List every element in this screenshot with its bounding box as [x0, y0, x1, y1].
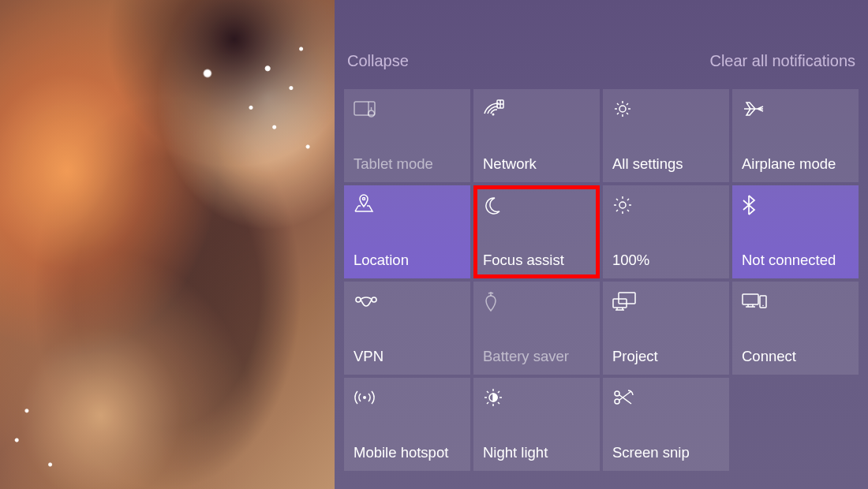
location-icon	[354, 193, 461, 217]
tile-screen-snip[interactable]: Screen snip	[603, 378, 729, 471]
tile-connect[interactable]: Connect	[732, 282, 859, 375]
vpn-icon	[354, 289, 461, 313]
tile-label: Airplane mode	[742, 155, 849, 173]
tile-night-light[interactable]: Night light	[473, 378, 600, 471]
tile-label: Tablet mode	[354, 155, 461, 173]
moon-icon	[483, 193, 590, 217]
network-icon	[483, 97, 590, 121]
tile-label: Focus assist	[483, 252, 590, 269]
svg-point-6	[356, 297, 361, 302]
project-icon	[612, 289, 720, 313]
svg-rect-10	[743, 294, 758, 304]
quick-actions-grid: Tablet mode Network	[344, 89, 859, 471]
tile-label: Location	[354, 252, 461, 269]
tile-label: VPN	[354, 348, 461, 365]
tile-battery-saver[interactable]: Battery saver	[473, 282, 600, 375]
tile-label: Connect	[742, 348, 849, 365]
tile-label: Night light	[483, 444, 590, 461]
airplane-icon	[742, 97, 849, 121]
tile-project[interactable]: Project	[603, 282, 729, 375]
settings-gear-icon	[612, 97, 720, 121]
tile-airplane-mode[interactable]: Airplane mode	[732, 89, 859, 182]
connect-icon	[742, 289, 849, 313]
action-center-panel: Collapse Clear all notifications Tablet …	[335, 0, 868, 489]
tile-network[interactable]: Network	[473, 89, 600, 182]
svg-point-4	[362, 197, 365, 200]
tile-tablet-mode[interactable]: Tablet mode	[344, 89, 470, 182]
svg-point-5	[619, 202, 626, 208]
battery-saver-icon	[483, 289, 590, 313]
tile-label: Network	[483, 155, 590, 173]
tile-label: Battery saver	[483, 348, 590, 365]
tile-location[interactable]: Location	[344, 185, 470, 278]
tablet-mode-icon	[354, 97, 461, 121]
clear-all-button[interactable]: Clear all notifications	[709, 52, 855, 70]
tile-vpn[interactable]: VPN	[344, 282, 470, 375]
tile-label: Not connected	[742, 252, 849, 269]
tile-brightness[interactable]: 100%	[603, 185, 729, 278]
tile-focus-assist[interactable]: Focus assist	[473, 185, 600, 278]
svg-point-7	[372, 297, 376, 302]
brightness-icon	[612, 193, 720, 217]
svg-point-3	[619, 106, 626, 112]
tile-label: Screen snip	[612, 444, 720, 461]
tile-label: 100%	[612, 252, 720, 269]
hotspot-icon	[354, 386, 461, 409]
tile-bluetooth[interactable]: Not connected	[732, 185, 859, 278]
svg-point-13	[363, 396, 366, 399]
tile-label: Project	[612, 348, 720, 365]
tile-label: Mobile hotspot	[354, 444, 461, 461]
tile-all-settings[interactable]: All settings	[603, 89, 729, 182]
night-light-icon	[483, 386, 590, 409]
desktop-wallpaper	[0, 0, 335, 489]
tile-label: All settings	[612, 155, 720, 173]
bluetooth-icon	[742, 193, 849, 217]
svg-point-1	[492, 114, 495, 116]
svg-point-12	[762, 305, 764, 307]
screen-snip-icon	[612, 386, 720, 409]
action-center-topbar: Collapse Clear all notifications	[344, 9, 859, 89]
tile-mobile-hotspot[interactable]: Mobile hotspot	[344, 378, 470, 471]
collapse-button[interactable]: Collapse	[347, 52, 409, 70]
